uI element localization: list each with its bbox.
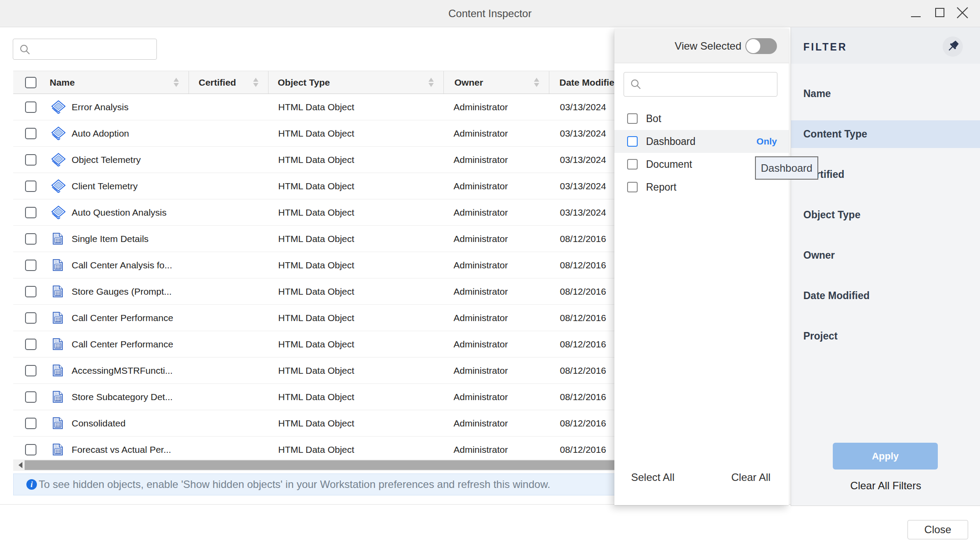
filter-panel-item[interactable]: Object Type	[791, 195, 980, 235]
sort-icon[interactable]	[253, 78, 259, 87]
popup-search-input[interactable]	[645, 73, 773, 94]
row-checkbox[interactable]	[25, 418, 36, 429]
document-icon	[51, 258, 65, 272]
row-object-type: HTML Data Object	[268, 444, 443, 455]
column-header-name[interactable]: Name	[48, 71, 189, 94]
filter-panel-item[interactable]: Certified	[791, 154, 980, 195]
filter-option[interactable]: Bot Only	[614, 107, 789, 130]
row-checkbox[interactable]	[25, 286, 36, 297]
select-all-checkbox[interactable]	[25, 77, 36, 88]
row-name-cell: Store Subcategory Det...	[48, 390, 189, 404]
apply-button[interactable]: Apply	[833, 443, 938, 470]
option-label: Report	[646, 181, 676, 193]
row-checkbox[interactable]	[25, 260, 36, 271]
filter-option[interactable]: Dashboard Only	[614, 130, 789, 153]
sort-icon[interactable]	[428, 78, 434, 87]
maximize-button[interactable]	[930, 0, 950, 27]
option-label: Bot	[646, 113, 661, 125]
close-window-button[interactable]	[952, 0, 973, 27]
row-icon	[51, 416, 65, 430]
row-object-type: HTML Data Object	[268, 313, 443, 323]
row-checkbox[interactable]	[25, 339, 36, 350]
header-select-all-cell	[13, 71, 48, 94]
pin-button[interactable]	[943, 36, 963, 57]
footer: Close	[0, 505, 980, 549]
popup-header: View Selected	[614, 29, 789, 63]
sort-icon[interactable]	[174, 78, 179, 87]
row-name: Call Center Analysis fo...	[72, 260, 172, 271]
row-checkbox[interactable]	[25, 233, 36, 245]
row-name: Auto Question Analysis	[72, 207, 167, 218]
row-checkbox[interactable]	[25, 128, 36, 139]
row-owner: Administrator	[443, 128, 549, 139]
row-checkbox[interactable]	[25, 181, 36, 192]
row-checkbox[interactable]	[25, 312, 36, 324]
column-header-certified[interactable]: Certified	[189, 71, 268, 94]
scroll-left-arrow-icon[interactable]	[18, 462, 22, 468]
row-name-cell: Store Gauges (Prompt...	[48, 285, 189, 298]
option-checkbox[interactable]	[627, 159, 638, 170]
close-button[interactable]: Close	[907, 520, 968, 539]
row-checkbox-cell	[13, 181, 48, 192]
clear-all-link[interactable]: Clear All	[731, 471, 770, 484]
document-icon	[51, 337, 65, 351]
sort-icon[interactable]	[534, 78, 540, 87]
dossier-icon	[51, 153, 66, 166]
dossier-icon	[51, 206, 66, 219]
row-icon	[51, 153, 65, 166]
titlebar: Content Inspector	[0, 0, 980, 27]
search-input[interactable]	[33, 40, 152, 58]
row-checkbox[interactable]	[25, 101, 36, 113]
filter-panel-item[interactable]: Content Type	[791, 114, 980, 154]
option-checkbox[interactable]	[627, 136, 638, 147]
row-object-type: HTML Data Object	[268, 365, 443, 376]
option-label: Document	[646, 159, 692, 170]
row-checkbox-cell	[13, 391, 48, 403]
row-name: Object Telemetry	[72, 155, 141, 165]
row-object-type: HTML Data Object	[268, 207, 443, 218]
row-name-cell: Consolidated	[48, 416, 189, 430]
row-owner: Administrator	[443, 444, 549, 455]
minimize-icon	[911, 16, 921, 17]
row-checkbox-cell	[13, 312, 48, 324]
option-checkbox[interactable]	[627, 182, 638, 192]
info-icon: i	[26, 479, 37, 490]
row-owner: Administrator	[443, 234, 549, 244]
row-owner: Administrator	[443, 102, 549, 112]
document-icon	[51, 390, 65, 404]
filter-panel-item[interactable]: Name	[791, 73, 980, 114]
view-selected-toggle[interactable]	[745, 38, 777, 54]
dossier-icon	[51, 126, 66, 140]
row-owner: Administrator	[443, 181, 549, 191]
column-header-object-type[interactable]: Object Type	[268, 71, 443, 94]
filter-item-label: Object Type	[803, 209, 860, 221]
filter-panel-item[interactable]: Date Modified	[791, 275, 980, 316]
minimize-button[interactable]	[906, 0, 926, 27]
row-checkbox-cell	[13, 128, 48, 139]
row-checkbox[interactable]	[25, 154, 36, 166]
row-owner: Administrator	[443, 260, 549, 271]
option-checkbox[interactable]	[627, 113, 638, 124]
row-name-cell: Forecast vs Actual Per...	[48, 443, 189, 456]
row-object-type: HTML Data Object	[268, 286, 443, 297]
only-link[interactable]: Only	[756, 136, 777, 147]
row-checkbox[interactable]	[25, 391, 36, 403]
option-label: Dashboard	[646, 136, 696, 148]
column-header-owner[interactable]: Owner	[443, 71, 549, 94]
row-name: Consolidated	[72, 418, 126, 429]
search-icon	[630, 79, 642, 90]
row-owner: Administrator	[443, 207, 549, 218]
row-name: Client Telemetry	[72, 181, 138, 191]
filter-panel-item[interactable]: Project	[791, 316, 980, 356]
maximize-icon	[935, 8, 944, 17]
row-checkbox[interactable]	[25, 207, 36, 218]
row-checkbox-cell	[13, 418, 48, 429]
select-all-link[interactable]: Select All	[631, 471, 675, 484]
row-checkbox[interactable]	[25, 365, 36, 376]
clear-all-filters-link[interactable]: Clear All Filters	[791, 479, 980, 492]
filter-panel-item[interactable]: Owner	[791, 235, 980, 275]
row-name: Forecast vs Actual Per...	[72, 444, 171, 455]
row-checkbox[interactable]	[25, 444, 36, 455]
filter-item-label: Name	[803, 88, 831, 100]
row-checkbox-cell	[13, 339, 48, 350]
